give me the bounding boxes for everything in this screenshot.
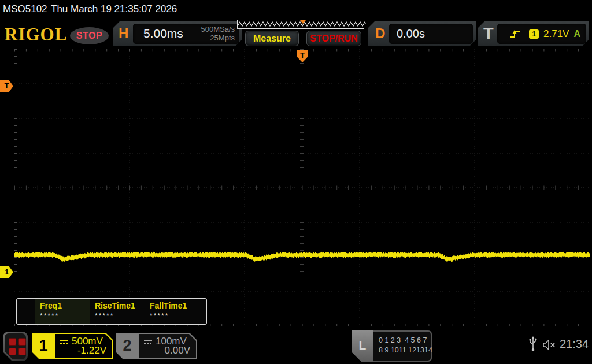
channel1-block[interactable]: 1 500mV -1.22V: [32, 333, 113, 359]
ch2-offset: 0.00V: [165, 345, 190, 356]
ch1-offset: -1.22V: [77, 345, 106, 356]
trigger-source-badge: 1: [529, 29, 539, 39]
header-bar: RIGOL STOP H 5.00ms 500MSa/s 25Mpts Meas…: [0, 18, 592, 49]
horizontal-label: H: [119, 25, 128, 42]
measurement-item-freq1[interactable]: Freq1 *****: [35, 299, 90, 324]
memory-depth: 25Mpts: [201, 34, 235, 42]
stop-run-button[interactable]: STOP/RUN: [306, 31, 361, 46]
bottom-bar: 1 500mV -1.22V 2: [0, 329, 592, 364]
trigger-level-value: 2.71V: [543, 28, 569, 40]
sample-rate: 500MSa/s: [201, 25, 235, 34]
channel2-block[interactable]: 2 100mV 0.00V: [116, 333, 197, 359]
delay-value: 0.00s: [397, 27, 425, 40]
delay-panel[interactable]: D 0.00s: [368, 21, 476, 46]
ch2-dc-coupling-icon: [143, 339, 153, 345]
clock: 21:34: [560, 337, 589, 351]
ch1-dc-coupling-icon: [60, 339, 69, 345]
channel1-ground-marker[interactable]: 1: [0, 266, 13, 278]
trigger-label: T: [483, 24, 494, 43]
menu-grid-icon[interactable]: [3, 332, 28, 361]
trigger-level-marker[interactable]: T: [0, 80, 13, 92]
timebase-value: 5.00ms: [143, 27, 183, 40]
preview-trigger-marker-icon[interactable]: [300, 20, 306, 24]
measurement-panel[interactable]: Freq1 ***** RiseTime1 ***** FallTime1 **…: [16, 298, 207, 325]
rigol-logo: RIGOL: [5, 24, 67, 45]
measure-button[interactable]: Measure: [245, 31, 299, 46]
sample-rate-memdepth: 500MSa/s 25Mpts: [201, 25, 235, 42]
logic-badge: L: [352, 330, 373, 362]
measurement-item-falltime1[interactable]: FallTime1 *****: [145, 299, 200, 324]
rising-edge-icon: [510, 29, 521, 39]
channel2-badge: 2: [116, 333, 139, 359]
model-label: MSO5102: [3, 3, 47, 15]
measurement-item-risetime1[interactable]: RiseTime1 *****: [90, 299, 145, 324]
channel1-badge: 1: [32, 333, 55, 359]
oscilloscope-screen: MSO5102 Thu March 19 21:35:07 2026 RIGOL…: [0, 0, 592, 364]
trigger-panel[interactable]: T 1 2.71V A: [478, 21, 589, 46]
datetime-label: Thu March 19 21:35:07 2026: [51, 3, 177, 15]
horizontal-panel[interactable]: H 5.00ms 500MSa/s 25Mpts: [113, 21, 242, 46]
logic-row1: 0 1 2 3 4 5 6 7: [379, 336, 431, 346]
run-state-badge: STOP: [70, 27, 109, 44]
trigger-mode: A: [574, 29, 580, 39]
title-bar: MSO5102 Thu March 19 21:35:07 2026: [0, 0, 592, 18]
logic-channels-panel[interactable]: L 0 1 2 3 4 5 6 7 8 9 1011 12131415: [352, 330, 432, 362]
waveform-preview-strip[interactable]: [237, 20, 367, 29]
delay-label: D: [375, 25, 385, 42]
measurement-blank-cell: [17, 299, 35, 324]
usb-icon: [528, 336, 538, 352]
graticule: [14, 49, 590, 326]
waveform-canvas: [14, 49, 590, 326]
logic-row2: 8 9 1011 12131415: [379, 346, 431, 355]
speaker-muted-icon: [542, 339, 557, 351]
